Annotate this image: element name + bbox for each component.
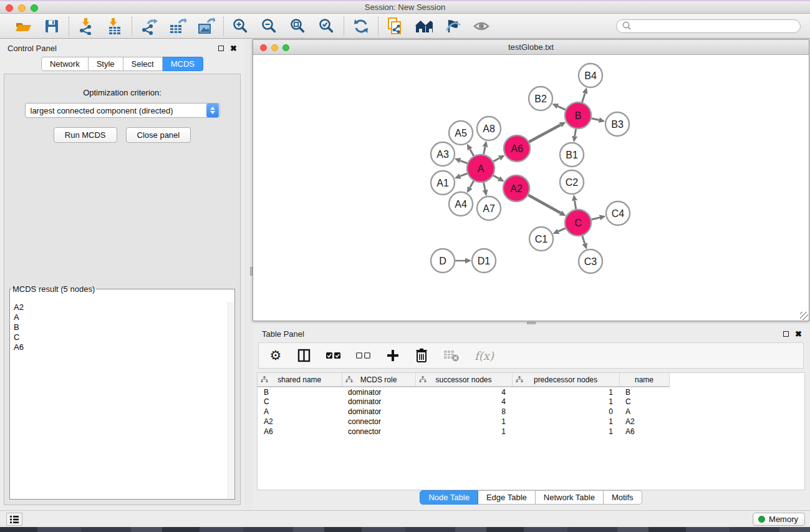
mcds-result-item[interactable]: B — [11, 322, 228, 332]
graph-node-a[interactable]: A — [467, 155, 494, 182]
tab-edge-table[interactable]: Edge Table — [478, 490, 536, 505]
tab-network[interactable]: Network — [41, 57, 89, 71]
search-field[interactable] — [616, 19, 801, 33]
table-cell[interactable]: dominator — [342, 397, 415, 407]
close-panel-button[interactable]: Close panel — [126, 127, 191, 143]
run-mcds-button[interactable]: Run MCDS — [54, 127, 117, 143]
column-header-shared-name[interactable]: shared name — [258, 373, 342, 387]
export-table-icon[interactable] — [169, 17, 186, 35]
table-cell[interactable]: 1 — [512, 397, 619, 407]
cybrowser-home-icon[interactable] — [415, 17, 433, 35]
mcds-result-scrollbar[interactable] — [228, 302, 234, 498]
mcds-result-item[interactable]: A2 — [11, 302, 228, 312]
tab-select[interactable]: Select — [123, 57, 163, 71]
mcds-result-item[interactable]: A6 — [11, 342, 228, 352]
add-column-icon[interactable] — [386, 347, 400, 364]
table-cell[interactable]: A6 — [258, 427, 342, 437]
tab-node-table[interactable]: Node Table — [420, 490, 478, 505]
graph-edge-a-a3[interactable] — [460, 161, 467, 163]
zoom-window-button[interactable] — [31, 4, 38, 12]
table-row[interactable]: A2connector11A2 — [258, 417, 669, 427]
table-cell[interactable]: 8 — [415, 407, 512, 417]
table-cell[interactable]: C — [258, 397, 342, 407]
zoom-selected-icon[interactable] — [318, 17, 335, 35]
graph-node-c4[interactable]: C4 — [606, 201, 630, 225]
graph-node-d[interactable]: D — [431, 249, 455, 273]
panel-splitter[interactable] — [244, 39, 253, 510]
table-cell[interactable]: 4 — [415, 397, 512, 407]
table-cell[interactable]: A6 — [619, 427, 669, 437]
network-zoom-button[interactable] — [282, 44, 289, 51]
table-cell[interactable]: dominator — [342, 407, 415, 417]
network-minimize-button[interactable] — [271, 44, 278, 51]
network-close-button[interactable] — [260, 44, 267, 51]
delete-column-icon[interactable] — [415, 347, 428, 364]
bird-eye-view-icon[interactable] — [473, 17, 490, 35]
table-row[interactable]: Cdominator41C — [258, 397, 669, 407]
tab-style[interactable]: Style — [89, 57, 123, 71]
graph-edge-a-a1[interactable] — [460, 173, 467, 176]
deselect-all-checkboxes-icon[interactable] — [356, 347, 371, 364]
tab-network-table[interactable]: Network Table — [536, 490, 604, 505]
graph-edge-a2-c[interactable] — [528, 195, 561, 213]
mcds-result-item[interactable]: A — [11, 312, 228, 322]
graph-edge-c-c3[interactable] — [582, 236, 585, 244]
graph-node-b2[interactable]: B2 — [529, 87, 552, 110]
graph-node-a5[interactable]: A5 — [449, 121, 473, 145]
graph-edge-c-c2[interactable] — [575, 201, 576, 210]
column-header-mcds-role[interactable]: MCDS role — [342, 373, 415, 387]
network-window-titlebar[interactable]: testGlobe.txt — [253, 40, 809, 55]
graph-node-a8[interactable]: A8 — [477, 117, 501, 140]
mcds-result-list[interactable]: A2ABCA6 — [11, 302, 228, 498]
float-table-panel-icon[interactable] — [783, 331, 789, 337]
export-image-icon[interactable] — [198, 17, 215, 35]
table-cell[interactable]: B — [619, 387, 669, 397]
graph-node-a4[interactable]: A4 — [449, 192, 473, 216]
graph-node-d1[interactable]: D1 — [472, 249, 496, 273]
table-cell[interactable]: A — [258, 407, 342, 417]
table-row[interactable]: Adominator80A — [258, 407, 669, 417]
table-cell[interactable]: A — [619, 407, 669, 417]
zoom-in-icon[interactable] — [232, 17, 249, 35]
tab-mcds[interactable]: MCDS — [163, 57, 203, 71]
float-panel-icon[interactable] — [218, 46, 224, 51]
table-cell[interactable]: 0 — [512, 407, 619, 417]
graph-node-c[interactable]: C — [565, 210, 591, 236]
memory-button[interactable]: Memory — [753, 513, 805, 526]
graph-node-b4[interactable]: B4 — [579, 64, 602, 87]
table-cell[interactable]: A2 — [258, 417, 342, 427]
graph-node-a2[interactable]: A2 — [503, 175, 529, 201]
task-history-button[interactable] — [6, 513, 22, 526]
open-file-icon[interactable] — [14, 17, 32, 35]
import-table-icon[interactable] — [106, 17, 123, 35]
graph-edge-a-a5[interactable] — [470, 149, 474, 156]
graph-node-b3[interactable]: B3 — [605, 112, 629, 136]
close-window-button[interactable] — [6, 4, 13, 12]
table-row[interactable]: A6connector11A6 — [258, 427, 669, 437]
graph-node-a1[interactable]: A1 — [431, 171, 455, 195]
hide-graphics-details-icon[interactable] — [444, 17, 461, 35]
save-session-icon[interactable] — [43, 17, 60, 35]
import-network-icon[interactable] — [77, 17, 95, 35]
graph-node-c2[interactable]: C2 — [560, 170, 584, 194]
graph-edge-b-b3[interactable] — [591, 118, 599, 120]
column-header-successor-nodes[interactable]: successor nodes — [415, 373, 512, 387]
table-cell[interactable]: A2 — [619, 417, 669, 427]
table-cell[interactable]: 1 — [415, 427, 512, 437]
table-cell[interactable]: connector — [342, 427, 415, 437]
minimize-window-button[interactable] — [18, 4, 26, 12]
table-row[interactable]: Bdominator41B — [258, 387, 669, 397]
close-table-panel-icon[interactable]: ✖ — [795, 331, 802, 337]
delete-table-icon[interactable] — [443, 347, 460, 364]
table-cell[interactable]: C — [619, 397, 669, 407]
graph-node-a7[interactable]: A7 — [477, 196, 501, 220]
window-resize-grip[interactable] — [800, 312, 808, 320]
graph-edge-a-a7[interactable] — [484, 183, 485, 190]
graph-node-c3[interactable]: C3 — [579, 249, 602, 273]
zoom-out-icon[interactable] — [261, 17, 278, 35]
optimization-criterion-select[interactable]: largest connected component (directed) — [25, 103, 220, 118]
search-input[interactable] — [635, 22, 795, 31]
graph-edge-b-b4[interactable] — [582, 94, 585, 102]
table-cell[interactable]: connector — [342, 417, 415, 427]
refresh-icon[interactable] — [352, 17, 370, 35]
